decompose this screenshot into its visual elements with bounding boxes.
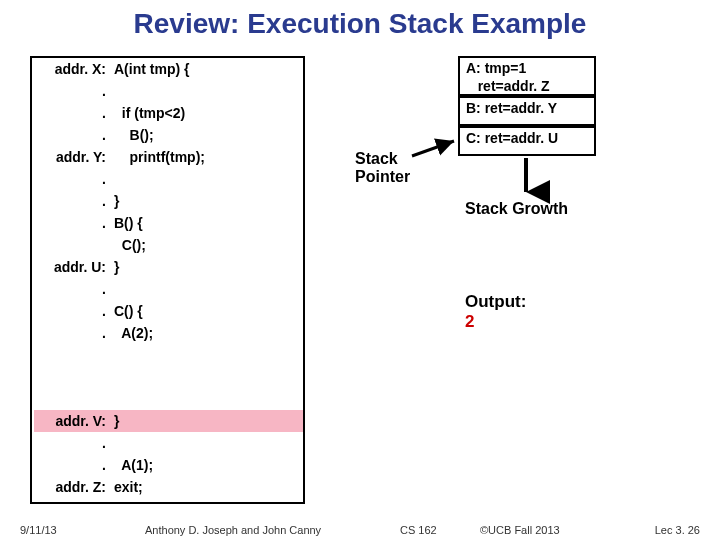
code-line: printf(tmp); — [114, 146, 205, 168]
code-column: A(int tmp) { if (tmp<2) B(); printf(tmp)… — [114, 58, 205, 498]
spacer — [114, 168, 205, 190]
stack-frame-b: B: ret=addr. Y — [458, 96, 596, 126]
stack-pointer-label: Stack Pointer — [355, 150, 410, 186]
arrow-stack-pointer — [410, 138, 460, 168]
spacer — [114, 388, 205, 410]
dot: . — [32, 432, 110, 454]
spacer — [114, 80, 205, 102]
code-line: if (tmp<2) — [114, 102, 205, 124]
footer-author: Anthony D. Joseph and John Canny — [145, 524, 321, 536]
spacer — [32, 366, 110, 388]
code-line: B(); — [114, 124, 205, 146]
footer-copy: ©UCB Fall 2013 — [480, 524, 560, 536]
output-label: Output: — [465, 292, 526, 312]
dot: . — [32, 190, 110, 212]
code-line: C() { — [114, 300, 205, 322]
dot: . — [32, 124, 110, 146]
spacer — [114, 344, 205, 366]
address-labels-column: addr. X: . . . addr. Y: . . . addr. U: .… — [32, 58, 110, 498]
content-area: addr. X: . . . addr. Y: . . . addr. U: .… — [0, 50, 720, 514]
footer-date: 9/11/13 — [20, 524, 57, 536]
label-addr-x: addr. X: — [32, 58, 110, 80]
spacer — [114, 432, 205, 454]
dot: . — [32, 168, 110, 190]
stack-frame-a: A: tmp=1 ret=addr. Z — [458, 56, 596, 96]
label-addr-u: addr. U: — [32, 256, 110, 278]
spacer — [32, 388, 110, 410]
arrow-stack-growth — [516, 156, 536, 200]
code-line: exit; — [114, 476, 205, 498]
label-addr-z: addr. Z: — [32, 476, 110, 498]
code-line: } — [114, 410, 205, 432]
svg-line-0 — [412, 141, 454, 156]
spacer — [114, 366, 205, 388]
code-line: A(2); — [114, 322, 205, 344]
page-title: Review: Execution Stack Example — [0, 0, 720, 46]
dot: . — [32, 80, 110, 102]
output-value: 2 — [465, 312, 474, 332]
spacer — [114, 278, 205, 300]
code-line: A(int tmp) { — [114, 58, 205, 80]
dot: . — [32, 322, 110, 344]
dot: . — [32, 300, 110, 322]
dot: . — [32, 454, 110, 476]
dot: . — [32, 212, 110, 234]
spacer — [32, 234, 110, 256]
label-addr-y: addr. Y: — [32, 146, 110, 168]
code-line: } — [114, 256, 205, 278]
spacer — [32, 344, 110, 366]
footer-course: CS 162 — [400, 524, 437, 536]
stack-frame-c: C: ret=addr. U — [458, 126, 596, 156]
dot: . — [32, 278, 110, 300]
footer-lec: Lec 3. 26 — [655, 524, 700, 536]
code-line: C(); — [114, 234, 205, 256]
code-line: A(1); — [114, 454, 205, 476]
code-box: addr. X: . . . addr. Y: . . . addr. U: .… — [30, 56, 305, 504]
label-addr-v: addr. V: — [32, 410, 110, 432]
code-line: B() { — [114, 212, 205, 234]
code-line: } — [114, 190, 205, 212]
stack-growth-label: Stack Growth — [465, 200, 568, 218]
dot: . — [32, 102, 110, 124]
